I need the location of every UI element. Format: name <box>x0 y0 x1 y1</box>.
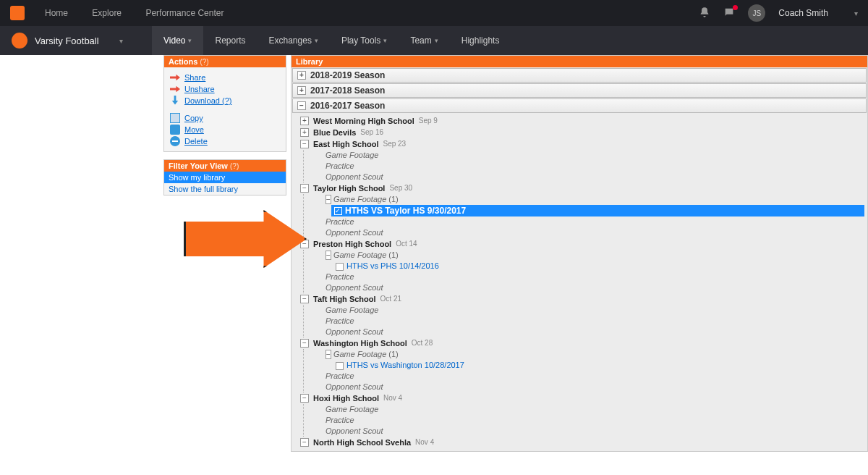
filter-option[interactable]: Show the full library <box>164 183 286 195</box>
collapse-icon[interactable]: − <box>300 394 309 403</box>
tab-video[interactable]: Video▾ <box>152 26 203 55</box>
collapse-icon[interactable]: − <box>300 295 309 303</box>
collapse-icon[interactable]: − <box>300 240 309 248</box>
collapse-icon[interactable]: − <box>326 350 331 359</box>
category-row[interactable]: Practice <box>310 161 867 172</box>
share-icon <box>170 72 180 83</box>
chevron-down-icon: ▾ <box>315 37 318 44</box>
category-row[interactable]: − Game Footage (1) <box>310 194 867 205</box>
collapse-icon[interactable]: − <box>300 339 309 348</box>
action-move[interactable]: Move <box>184 125 204 134</box>
context-tabs: Video▾ReportsExchanges▾Play Tools▾Team▾H… <box>152 26 511 55</box>
tab-play-tools[interactable]: Play Tools▾ <box>330 26 399 55</box>
action-download[interactable]: Download (?) <box>184 96 231 105</box>
collapse-icon[interactable]: − <box>326 195 331 204</box>
collapse-icon[interactable]: − <box>297 101 306 110</box>
collapse-icon[interactable]: − <box>326 251 331 260</box>
library-header: Library <box>292 56 867 67</box>
opponent-row[interactable]: +Blue Devils Sep 16 <box>297 127 867 138</box>
unread-badge <box>733 5 738 10</box>
filter-panel: Filter Your View (?) Show my libraryShow… <box>163 159 286 196</box>
checkbox-icon[interactable] <box>336 263 344 271</box>
category-row[interactable]: Practice <box>310 217 867 227</box>
category-row[interactable]: Practice <box>310 316 867 327</box>
category-row[interactable]: Game Footage <box>310 150 867 161</box>
download-icon <box>170 96 180 106</box>
collapse-icon[interactable]: − <box>300 438 309 447</box>
chevron-down-icon: ▾ <box>188 37 192 44</box>
top-nav-bar: Home Explore Performance Center JS Coach… <box>0 0 868 26</box>
team-name: Varsity Football <box>35 35 99 46</box>
team-selector[interactable]: Varsity Football ▾ <box>0 33 152 49</box>
brand-logo-icon[interactable] <box>10 6 25 20</box>
action-copy[interactable]: Copy <box>184 114 203 122</box>
checkbox-checked-icon[interactable] <box>334 207 342 215</box>
action-delete[interactable]: Delete <box>184 137 208 146</box>
delete-icon <box>170 136 180 146</box>
actions-panel: Actions (?) ShareUnshareDownload (?)Copy… <box>163 55 286 152</box>
library-panel: Library +2018-2019 Season+2017-2018 Seas… <box>291 55 868 452</box>
video-row[interactable]: HTHS vs Washington 10/28/2017 <box>310 360 867 371</box>
opponent-row[interactable]: −East High School Sep 23 <box>297 138 867 150</box>
opponent-row[interactable]: −Preston High School Oct 14 <box>297 238 867 250</box>
tab-reports[interactable]: Reports <box>203 26 257 55</box>
tab-team[interactable]: Team▾ <box>399 26 449 55</box>
checkbox-icon[interactable] <box>336 362 344 370</box>
category-row[interactable]: − Game Footage (1) <box>310 349 867 360</box>
opponent-row[interactable]: +West Morning High School Sep 9 <box>297 115 867 127</box>
user-name: Coach Smith <box>778 8 828 18</box>
category-row[interactable]: Opponent Scout <box>310 227 867 238</box>
opponent-row[interactable]: −Taylor High School Sep 30 <box>297 182 867 194</box>
team-logo-icon <box>12 33 27 49</box>
season-row[interactable]: +2017-2018 Season <box>292 83 867 98</box>
action-unshare[interactable]: Unshare <box>184 85 215 93</box>
tab-highlights[interactable]: Highlights <box>450 26 511 55</box>
team-chevron-icon[interactable]: ▾ <box>119 37 123 45</box>
context-nav-bar: Varsity Football ▾ Video▾ReportsExchange… <box>0 26 868 55</box>
copy-icon <box>170 113 180 123</box>
category-row[interactable]: − Game Footage (1) <box>310 250 867 261</box>
expand-icon[interactable]: + <box>300 128 309 137</box>
share-icon <box>170 84 180 94</box>
category-row[interactable]: Opponent Scout <box>310 327 867 337</box>
tab-exchanges[interactable]: Exchanges▾ <box>258 26 330 55</box>
user-menu-chevron-icon[interactable]: ▾ <box>854 9 858 17</box>
user-avatar[interactable]: JS <box>748 4 765 22</box>
category-row[interactable]: Practice <box>310 371 867 382</box>
nav-performance-center[interactable]: Performance Center <box>145 8 224 18</box>
notifications-icon[interactable] <box>699 7 710 20</box>
expand-icon[interactable]: + <box>300 117 309 125</box>
move-icon <box>170 125 180 135</box>
season-row[interactable]: −2016-2017 Season <box>292 98 867 113</box>
top-nav-links: Home Explore Performance Center <box>45 8 245 18</box>
nav-explore[interactable]: Explore <box>92 8 122 18</box>
opponent-row[interactable]: −Washington High School Oct 28 <box>297 337 867 349</box>
messages-icon[interactable] <box>723 7 735 20</box>
video-row[interactable]: HTHS vs PHS 10/14/2016 <box>310 261 867 272</box>
category-row[interactable]: Practice <box>310 415 867 426</box>
action-share[interactable]: Share <box>184 73 205 82</box>
season-row[interactable]: +2018-2019 Season <box>292 68 867 83</box>
category-row[interactable]: Opponent Scout <box>310 382 867 392</box>
collapse-icon[interactable]: − <box>300 140 309 148</box>
category-row[interactable]: Opponent Scout <box>310 172 867 182</box>
nav-home[interactable]: Home <box>45 8 68 18</box>
category-row[interactable]: Opponent Scout <box>310 282 867 293</box>
category-row[interactable]: Game Footage <box>310 404 867 415</box>
video-row-selected[interactable]: HTHS VS Taylor HS 9/30/2017 <box>331 205 864 217</box>
opponent-row[interactable]: −Hoxi High School Nov 4 <box>297 392 867 404</box>
filter-option[interactable]: Show my library <box>164 172 286 183</box>
opponent-row[interactable]: −Taft High School Oct 21 <box>297 293 867 305</box>
opponent-row[interactable]: −North High School Svehla Nov 4 <box>297 437 867 448</box>
chevron-down-icon: ▾ <box>383 37 387 44</box>
filter-header: Filter Your View (?) <box>164 160 286 172</box>
category-row[interactable]: Practice <box>310 272 867 282</box>
category-row[interactable]: Game Footage <box>310 305 867 316</box>
expand-icon[interactable]: + <box>297 86 306 95</box>
chevron-down-icon: ▾ <box>435 37 438 44</box>
category-row[interactable]: Opponent Scout <box>310 426 867 437</box>
expand-icon[interactable]: + <box>297 71 306 80</box>
collapse-icon[interactable]: − <box>300 184 309 193</box>
actions-header: Actions (?) <box>164 56 286 67</box>
